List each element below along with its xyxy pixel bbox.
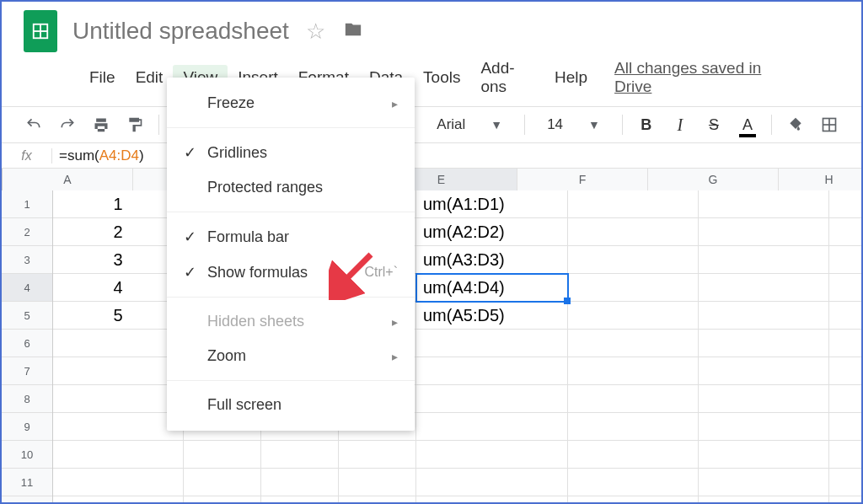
- row-header-12[interactable]: 12: [2, 496, 52, 504]
- cell-G3[interactable]: [699, 246, 829, 274]
- cell-E5[interactable]: um(A5:D5): [416, 302, 568, 330]
- cell-H9[interactable]: [829, 413, 863, 441]
- undo-button[interactable]: [24, 114, 44, 136]
- cell-E9[interactable]: [416, 413, 568, 441]
- row-header-11[interactable]: 11: [2, 469, 52, 496]
- cell-H3[interactable]: [829, 246, 863, 274]
- cell-A6[interactable]: [53, 330, 184, 357]
- menu-item-freeze[interactable]: Freeze▸: [167, 86, 415, 121]
- cell-A10[interactable]: [53, 441, 184, 469]
- cell-A1[interactable]: 1: [53, 190, 184, 218]
- cell-H10[interactable]: [829, 441, 863, 469]
- cell-A5[interactable]: 5: [53, 302, 184, 330]
- cell-E1[interactable]: um(A1:D1): [416, 190, 568, 218]
- cell-G2[interactable]: [699, 218, 829, 246]
- cell-G4[interactable]: [699, 274, 829, 302]
- cell-E8[interactable]: [416, 385, 568, 413]
- cell-A7[interactable]: [53, 357, 184, 385]
- cell-G12[interactable]: [699, 496, 829, 504]
- cell-A2[interactable]: 2: [53, 218, 184, 246]
- cell-D12[interactable]: [339, 496, 416, 504]
- bold-button[interactable]: B: [636, 114, 657, 136]
- cell-G10[interactable]: [699, 441, 829, 469]
- italic-button[interactable]: I: [670, 114, 690, 136]
- menu-item-formula-bar[interactable]: ✓Formula bar: [167, 219, 415, 255]
- cell-E2[interactable]: um(A2:D2): [416, 218, 568, 246]
- cell-F5[interactable]: [568, 302, 699, 330]
- row-header-2[interactable]: 2: [2, 218, 52, 246]
- cell-F8[interactable]: [568, 385, 699, 413]
- row-header-5[interactable]: 5: [2, 302, 52, 330]
- cell-H11[interactable]: [829, 469, 863, 496]
- menu-addons[interactable]: Add-ons: [470, 56, 544, 99]
- column-header-A[interactable]: A: [3, 169, 133, 190]
- folder-icon[interactable]: [342, 19, 364, 45]
- menu-edit[interactable]: Edit: [126, 65, 174, 90]
- cell-D10[interactable]: [339, 441, 416, 469]
- cell-B10[interactable]: [184, 441, 261, 469]
- menu-item-full-screen[interactable]: Full screen: [167, 388, 415, 422]
- cell-G7[interactable]: [699, 357, 829, 385]
- cell-G9[interactable]: [699, 413, 829, 441]
- column-header-G[interactable]: G: [648, 169, 779, 190]
- fill-color-button[interactable]: [785, 114, 806, 136]
- strikethrough-button[interactable]: S: [704, 114, 724, 136]
- cell-H2[interactable]: [829, 218, 863, 246]
- cell-E12[interactable]: [416, 496, 568, 504]
- cell-G6[interactable]: [699, 330, 829, 357]
- cell-F7[interactable]: [568, 357, 699, 385]
- document-title[interactable]: Untitled spreadsheet: [72, 18, 289, 45]
- cell-H8[interactable]: [829, 385, 863, 413]
- row-header-6[interactable]: 6: [2, 330, 52, 357]
- save-status[interactable]: All changes saved in Drive: [614, 59, 784, 96]
- cell-F10[interactable]: [568, 441, 699, 469]
- cell-F11[interactable]: [568, 469, 699, 496]
- cell-G8[interactable]: [699, 385, 829, 413]
- cell-H4[interactable]: [829, 274, 863, 302]
- cell-E4[interactable]: um(A4:D4): [416, 274, 568, 302]
- cell-E11[interactable]: [416, 469, 568, 496]
- cell-E10[interactable]: [416, 441, 568, 469]
- cell-A3[interactable]: 3: [53, 246, 184, 274]
- cell-D11[interactable]: [339, 469, 416, 496]
- paint-format-button[interactable]: [125, 114, 145, 136]
- row-header-7[interactable]: 7: [2, 357, 52, 385]
- redo-button[interactable]: [57, 114, 78, 136]
- cell-B12[interactable]: [184, 496, 261, 504]
- menu-tools[interactable]: Tools: [413, 65, 470, 90]
- cell-F4[interactable]: [568, 274, 699, 302]
- text-color-button[interactable]: A: [737, 114, 758, 136]
- cell-B11[interactable]: [184, 469, 261, 496]
- cell-G1[interactable]: [699, 190, 829, 218]
- cell-H6[interactable]: [829, 330, 863, 357]
- cell-F9[interactable]: [568, 413, 699, 441]
- menu-item-protected-ranges[interactable]: Protected ranges: [167, 170, 415, 205]
- cell-H12[interactable]: [829, 496, 863, 504]
- cell-A11[interactable]: [53, 469, 184, 496]
- cell-F1[interactable]: [568, 190, 699, 218]
- cell-A9[interactable]: [53, 413, 184, 441]
- cell-A8[interactable]: [53, 385, 184, 413]
- cell-E3[interactable]: um(A3:D3): [416, 246, 568, 274]
- print-button[interactable]: [91, 114, 111, 136]
- cell-H1[interactable]: [829, 190, 863, 218]
- row-header-4[interactable]: 4: [2, 274, 52, 302]
- formula-input[interactable]: =sum(A4:D4): [52, 147, 144, 164]
- menu-item-gridlines[interactable]: ✓Gridlines: [167, 135, 415, 170]
- sheets-logo[interactable]: [24, 10, 57, 52]
- cell-A4[interactable]: 4: [53, 274, 184, 302]
- column-header-H[interactable]: H: [779, 169, 863, 190]
- cell-G11[interactable]: [699, 469, 829, 496]
- cell-E7[interactable]: [416, 357, 568, 385]
- row-header-8[interactable]: 8: [2, 385, 52, 413]
- font-family-dropdown-arrow[interactable]: ▼: [490, 118, 502, 131]
- cell-E6[interactable]: [416, 330, 568, 357]
- cell-C10[interactable]: [261, 441, 339, 469]
- menu-file[interactable]: File: [79, 65, 126, 90]
- cell-H5[interactable]: [829, 302, 863, 330]
- star-icon[interactable]: ☆: [306, 19, 325, 45]
- cell-F3[interactable]: [568, 246, 699, 274]
- row-header-1[interactable]: 1: [2, 190, 52, 218]
- font-size-dropdown-arrow[interactable]: ▼: [588, 118, 600, 131]
- cell-F12[interactable]: [568, 496, 699, 504]
